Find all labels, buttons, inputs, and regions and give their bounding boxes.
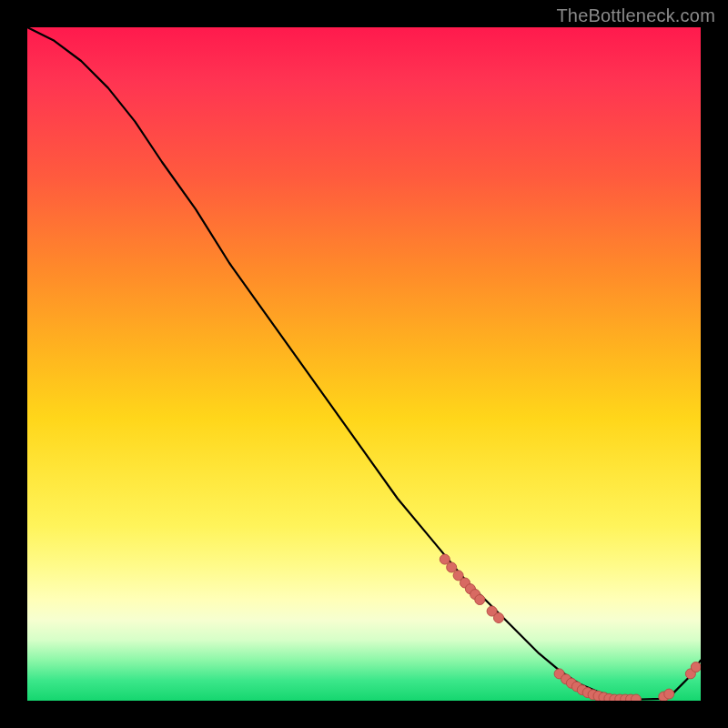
chart-stage: TheBottleneck.com xyxy=(0,0,728,728)
watermark-text: TheBottleneck.com xyxy=(556,5,715,26)
curve-layer xyxy=(27,27,701,701)
bottleneck-curve xyxy=(27,27,701,700)
highlight-dot xyxy=(664,689,674,699)
plot-area xyxy=(27,27,701,701)
highlight-dot xyxy=(691,662,701,672)
highlight-dot xyxy=(475,595,485,605)
highlight-dot xyxy=(447,562,457,572)
highlight-dot xyxy=(631,694,641,701)
highlight-dot xyxy=(440,554,450,564)
highlight-dot xyxy=(494,612,504,622)
highlight-dots xyxy=(440,554,701,701)
